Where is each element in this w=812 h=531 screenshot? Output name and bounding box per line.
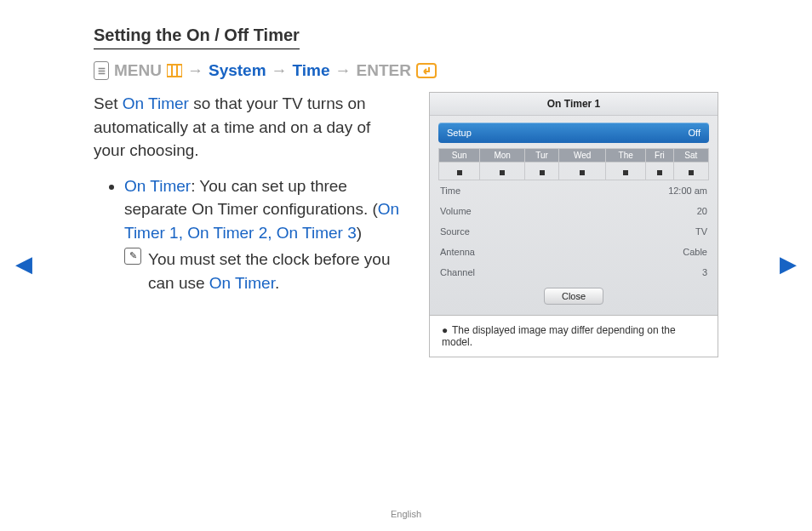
arrow-icon: → — [272, 61, 288, 80]
svg-rect-0 — [167, 65, 182, 77]
setting-label: Antenna — [440, 247, 475, 257]
setting-label: Source — [440, 226, 470, 237]
close-button[interactable]: Close — [544, 288, 603, 305]
day-cell[interactable] — [646, 163, 674, 180]
days-table: SunMonTurWedTheFriSat — [438, 148, 709, 180]
arrow-icon: → — [187, 61, 203, 80]
setting-label: Channel — [440, 267, 475, 277]
day-cell[interactable] — [673, 163, 708, 180]
day-header: Sun — [439, 149, 480, 163]
setting-row[interactable]: Time12:00 am — [438, 180, 709, 201]
path-enter: ENTER — [357, 61, 411, 80]
day-header: Wed — [559, 149, 606, 163]
setting-row[interactable]: Channel3 — [438, 262, 709, 283]
breadcrumb: ☰ MENU → System → Time → ENTER — [94, 61, 718, 80]
prev-page-icon[interactable]: ◀ — [15, 251, 32, 277]
note-icon: ✎ — [124, 248, 141, 265]
setting-value: 12:00 am — [668, 186, 707, 196]
remote-icon: ☰ — [94, 61, 109, 80]
path-system: System — [209, 61, 266, 80]
day-cell[interactable] — [480, 163, 525, 180]
bullet-on-timer: On Timer: You can set up three separate … — [124, 174, 405, 295]
day-header: Sat — [673, 149, 708, 163]
day-header: The — [606, 149, 646, 163]
screenshot-title: On Timer 1 — [430, 93, 718, 116]
setting-row[interactable]: SourceTV — [438, 221, 709, 242]
day-cell[interactable] — [606, 163, 646, 180]
setting-row[interactable]: AntennaCable — [438, 242, 709, 262]
intro-text: Set On Timer so that your TV turns on au… — [94, 92, 405, 163]
setup-value: Off — [689, 128, 700, 138]
clock-note: ✎ You must set the clock before you can … — [124, 248, 405, 294]
next-page-icon[interactable]: ▶ — [780, 251, 797, 277]
setting-value: 20 — [697, 206, 707, 216]
setting-row[interactable]: Volume20 — [438, 201, 709, 221]
menu-icon — [167, 64, 182, 77]
setting-label: Time — [440, 186, 460, 196]
setup-row[interactable]: Setup Off — [438, 123, 709, 143]
page-title: Setting the On / Off Timer — [94, 26, 300, 49]
setting-value: Cable — [683, 247, 707, 257]
enter-icon — [416, 63, 437, 78]
setup-label: Setup — [447, 128, 472, 138]
caption: ●The displayed image may differ dependin… — [429, 316, 718, 357]
day-header: Tur — [524, 149, 558, 163]
path-menu: MENU — [114, 61, 162, 80]
day-header: Mon — [480, 149, 525, 163]
setting-value: TV — [695, 226, 707, 237]
day-cell[interactable] — [439, 163, 480, 180]
path-time: Time — [293, 61, 330, 80]
day-header: Fri — [646, 149, 674, 163]
day-cell[interactable] — [559, 163, 606, 180]
day-cell[interactable] — [524, 163, 558, 180]
setting-label: Volume — [440, 206, 472, 216]
on-timer-link: On Timer — [123, 94, 189, 112]
arrow-icon: → — [335, 61, 352, 80]
tv-screenshot: On Timer 1 Setup Off SunMonTurWedTheFriS… — [429, 92, 718, 316]
setting-value: 3 — [702, 267, 707, 277]
footer-language: English — [0, 509, 812, 519]
